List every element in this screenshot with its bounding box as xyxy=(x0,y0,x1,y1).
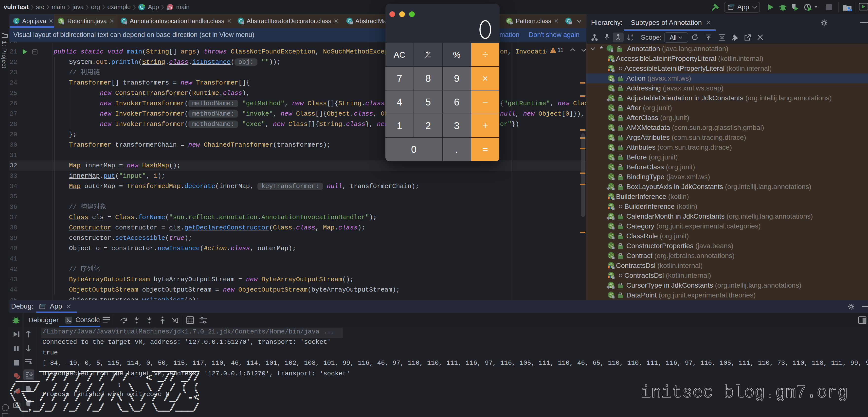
svg-text:z: z xyxy=(631,38,633,41)
svg-text:a: a xyxy=(631,34,633,37)
